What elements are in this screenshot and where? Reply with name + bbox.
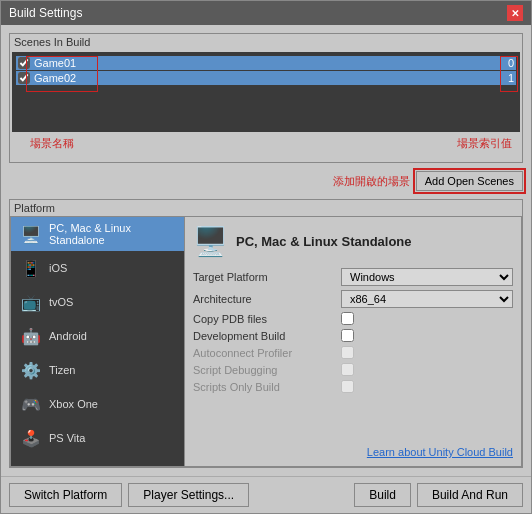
- platform-item-icon: ⚙️: [19, 358, 43, 382]
- platform-selected-title: PC, Mac & Linux Standalone: [236, 234, 412, 249]
- platform-list-item[interactable]: 🎮PS4: [11, 455, 184, 467]
- platform-title-row: 🖥️ PC, Mac & Linux Standalone: [193, 225, 513, 258]
- platform-list-item[interactable]: 📱iOS: [11, 251, 184, 285]
- scene-name-label: Game01: [34, 57, 494, 69]
- copy-pdb-checkbox[interactable]: [341, 312, 354, 325]
- build-button[interactable]: Build: [354, 483, 411, 507]
- add-scenes-annotation: 添加開啟的場景: [333, 174, 410, 189]
- platform-item-label: Tizen: [49, 364, 76, 376]
- copy-pdb-label: Copy PDB files: [193, 313, 333, 325]
- platform-item-icon: 🕹️: [19, 426, 43, 450]
- build-and-run-button[interactable]: Build And Run: [417, 483, 523, 507]
- platform-item-label: Android: [49, 330, 87, 342]
- platform-section-label: Platform: [10, 200, 522, 216]
- title-bar: Build Settings ✕: [1, 1, 531, 25]
- platform-list-item[interactable]: 🖥️PC, Mac & Linux Standalone: [11, 217, 184, 251]
- platform-item-label: PS4: [49, 466, 70, 467]
- window-title: Build Settings: [9, 6, 82, 20]
- scene-checkbox[interactable]: [18, 57, 30, 69]
- platform-item-icon: 🖥️: [19, 222, 43, 246]
- scene-checkbox[interactable]: [18, 72, 30, 84]
- player-settings-button[interactable]: Player Settings...: [128, 483, 249, 507]
- scenes-section: Scenes In Build Game010Game021 場景名稱 場景索引…: [9, 33, 523, 163]
- platform-list-item[interactable]: 🎮Xbox One: [11, 387, 184, 421]
- platform-content: 🖥️PC, Mac & Linux Standalone📱iOS📺tvOS🤖An…: [10, 216, 522, 467]
- architecture-select[interactable]: x86_64: [341, 290, 513, 308]
- platform-list[interactable]: 🖥️PC, Mac & Linux Standalone📱iOS📺tvOS🤖An…: [10, 216, 185, 467]
- scenes-section-label: Scenes In Build: [10, 34, 522, 50]
- switch-platform-button[interactable]: Switch Platform: [9, 483, 122, 507]
- platform-section: Platform 🖥️PC, Mac & Linux Standalone📱iO…: [9, 199, 523, 468]
- scene-row[interactable]: Game010: [16, 56, 516, 70]
- scenes-wrapper: Game010Game021: [10, 52, 522, 132]
- platform-item-label: iOS: [49, 262, 67, 274]
- platform-main-icon: 🖥️: [193, 225, 228, 258]
- platform-item-icon: 📱: [19, 256, 43, 280]
- autoconnect-label: Autoconnect Profiler: [193, 347, 333, 359]
- dev-build-label: Development Build: [193, 330, 333, 342]
- architecture-label: Architecture: [193, 293, 333, 305]
- close-button[interactable]: ✕: [507, 5, 523, 21]
- platform-settings-panel: 🖥️ PC, Mac & Linux Standalone Target Pla…: [185, 216, 522, 467]
- scripts-only-label: Scripts Only Build: [193, 381, 333, 393]
- add-open-scenes-button[interactable]: Add Open Scenes: [416, 171, 523, 191]
- platform-item-label: Xbox One: [49, 398, 98, 410]
- platform-list-item[interactable]: 🕹️PS Vita: [11, 421, 184, 455]
- build-settings-window: Build Settings ✕ Scenes In Build Game010…: [0, 0, 532, 514]
- scenes-annotations: 場景名稱 場景索引值: [10, 134, 522, 162]
- bottom-right-buttons: Build Build And Run: [354, 483, 523, 507]
- settings-grid: Target Platform Windows Architecture x86…: [193, 268, 513, 393]
- annotation-scene-index: 場景索引值: [457, 136, 512, 151]
- platform-item-label: tvOS: [49, 296, 73, 308]
- target-platform-label: Target Platform: [193, 271, 333, 283]
- platform-item-icon: 🤖: [19, 324, 43, 348]
- dev-build-checkbox[interactable]: [341, 329, 354, 342]
- platform-item-label: PC, Mac & Linux Standalone: [49, 222, 176, 246]
- bottom-bar: Switch Platform Player Settings... Build…: [1, 476, 531, 513]
- cloud-build-link[interactable]: Learn about Unity Cloud Build: [193, 438, 513, 458]
- platform-list-item[interactable]: 📺tvOS: [11, 285, 184, 319]
- main-content: Scenes In Build Game010Game021 場景名稱 場景索引…: [1, 25, 531, 476]
- bottom-left-buttons: Switch Platform Player Settings...: [9, 483, 249, 507]
- target-platform-select[interactable]: Windows: [341, 268, 513, 286]
- scene-row[interactable]: Game021: [16, 71, 516, 85]
- platform-item-icon: 🎮: [19, 460, 43, 467]
- platform-item-label: PS Vita: [49, 432, 86, 444]
- platform-list-item[interactable]: ⚙️Tizen: [11, 353, 184, 387]
- scene-index-label: 1: [498, 72, 514, 84]
- platform-item-icon: 📺: [19, 290, 43, 314]
- platform-item-icon: 🎮: [19, 392, 43, 416]
- scene-name-label: Game02: [34, 72, 494, 84]
- platform-list-item[interactable]: 🤖Android: [11, 319, 184, 353]
- scene-index-label: 0: [498, 57, 514, 69]
- script-debug-label: Script Debugging: [193, 364, 333, 376]
- script-debug-checkbox[interactable]: [341, 363, 354, 376]
- autoconnect-checkbox[interactable]: [341, 346, 354, 359]
- add-scenes-row: 添加開啟的場景 Add Open Scenes: [9, 169, 523, 193]
- scripts-only-checkbox[interactable]: [341, 380, 354, 393]
- scenes-list: Game010Game021: [12, 52, 520, 132]
- annotation-scene-name: 場景名稱: [30, 136, 74, 151]
